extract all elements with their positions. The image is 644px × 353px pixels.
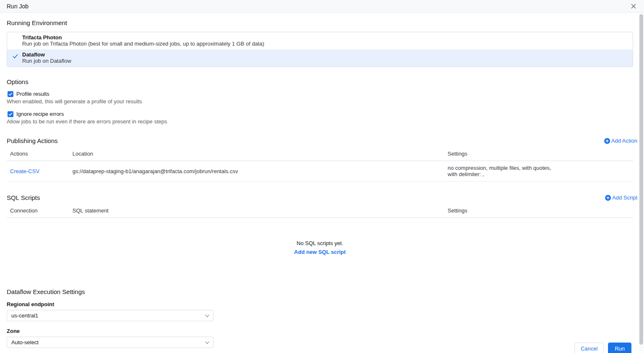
column-header-location: Location	[69, 149, 444, 161]
add-action-button[interactable]: Add Action	[604, 138, 637, 144]
cancel-button[interactable]: Cancel	[574, 343, 604, 353]
checkbox-label: Profile results	[16, 91, 49, 97]
check-icon	[13, 53, 18, 58]
plus-circle-icon	[605, 195, 611, 201]
dialog-title: Run Job	[7, 3, 28, 10]
regional-endpoint-label: Regional endpoint	[7, 301, 637, 307]
running-environment-heading: Running Environment	[7, 19, 637, 26]
table-row: Create-CSV gs://dataprep-staging-b1/anag…	[7, 161, 633, 182]
env-option-title: Trifacta Photon	[22, 34, 628, 41]
checkbox-description: When enabled, this will generate a profi…	[7, 98, 637, 105]
sql-scripts-empty-state: No SQL scripts yet. Add new SQL script	[7, 240, 633, 256]
publishing-actions-table: Actions Location Settings Create-CSV gs:…	[7, 149, 633, 182]
column-header-connection: Connection	[7, 206, 69, 218]
add-action-label: Add Action	[611, 138, 637, 144]
add-script-label: Add Script	[612, 194, 637, 201]
action-cell: Create-CSV	[7, 161, 69, 182]
env-option-description: Run job on Dataflow	[22, 58, 628, 64]
column-header-settings: Settings	[444, 206, 633, 218]
profile-results-checkbox-row[interactable]: Profile results	[7, 91, 637, 97]
checkbox-label: Ignore recipe errors	[16, 111, 64, 117]
add-new-sql-script-link[interactable]: Add new SQL script	[294, 249, 345, 255]
environment-selector: Trifacta Photon Run job on Trifacta Phot…	[7, 32, 633, 67]
checkbox-description: Allow jobs to be run even if there are e…	[7, 118, 637, 125]
checkbox-checked-icon[interactable]	[8, 111, 13, 117]
publishing-actions-heading: Publishing Actions	[7, 137, 58, 144]
dialog-header: Run Job	[0, 0, 644, 13]
chevron-down-icon	[205, 340, 209, 344]
env-option-title: Dataflow	[22, 51, 628, 58]
checkbox-checked-icon[interactable]	[8, 91, 13, 97]
ignore-recipe-errors-checkbox-row[interactable]: Ignore recipe errors	[7, 111, 637, 117]
column-header-sql-statement: SQL statement	[69, 206, 444, 218]
settings-cell: no compression, multiple files, with quo…	[444, 161, 633, 182]
sql-scripts-heading: SQL Scripts	[7, 194, 40, 201]
env-option-description: Run job on Trifacta Photon (best for sma…	[22, 41, 628, 47]
scrollbar-track[interactable]	[639, 13, 644, 353]
sql-scripts-table: Connection SQL statement Settings	[7, 206, 633, 218]
dataflow-settings-heading: Dataflow Execution Settings	[7, 288, 637, 295]
dialog-body: Running Environment Trifacta Photon Run …	[0, 19, 644, 353]
chevron-down-icon	[205, 313, 209, 317]
create-csv-link[interactable]: Create-CSV	[10, 168, 39, 174]
zone-label: Zone	[7, 328, 637, 334]
run-button[interactable]: Run	[608, 343, 631, 353]
scrollbar-thumb[interactable]	[639, 14, 643, 345]
regional-endpoint-select[interactable]: us-central1	[7, 310, 214, 321]
zone-select[interactable]: Auto-select	[7, 337, 214, 348]
column-header-actions: Actions	[7, 149, 69, 161]
plus-circle-icon	[604, 138, 610, 144]
zone-value: Auto-select	[11, 339, 39, 345]
settings-text: no compression, multiple files, with quo…	[448, 165, 552, 177]
env-option-dataflow[interactable]: Dataflow Run job on Dataflow	[7, 49, 633, 67]
regional-endpoint-value: us-central1	[11, 312, 38, 319]
close-icon[interactable]	[630, 3, 637, 10]
column-header-settings: Settings	[444, 149, 633, 161]
empty-state-text: No SQL scripts yet.	[7, 240, 633, 246]
footer-actions: Cancel Run	[574, 343, 631, 353]
location-cell: gs://dataprep-staging-b1/anagarajan@trif…	[69, 161, 444, 182]
options-heading: Options	[7, 78, 637, 85]
add-script-button[interactable]: Add Script	[605, 194, 637, 201]
env-option-trifacta-photon[interactable]: Trifacta Photon Run job on Trifacta Phot…	[7, 32, 633, 49]
